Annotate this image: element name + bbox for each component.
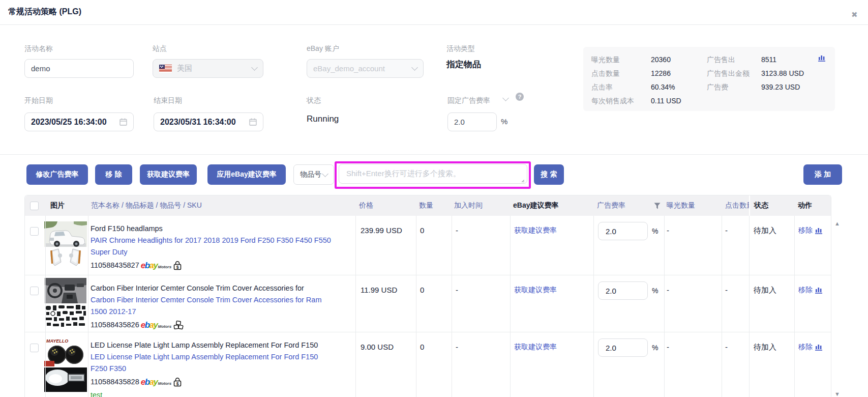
stat-value: 20360 xyxy=(651,55,671,64)
get-suggested-rate-link[interactable]: 获取建议费率 xyxy=(514,343,557,352)
ebay-logo: ebay xyxy=(141,319,158,331)
help-icon[interactable]: ? xyxy=(516,93,524,101)
item-title-link[interactable]: Carbon Fiber Interior Cemter Console Tri… xyxy=(91,296,321,316)
status-value: Running xyxy=(307,114,339,124)
status-cell: 待加入 xyxy=(754,286,776,295)
get-suggested-rate-link[interactable]: 获取建议费率 xyxy=(514,286,557,295)
get-suggested-rate-button[interactable]: 获取建议费率 xyxy=(140,164,197,185)
search-type-select[interactable]: 物品号 xyxy=(293,164,334,185)
item-id: 110588435826 xyxy=(91,319,139,331)
impressions-cell: - xyxy=(667,226,669,235)
table-header: 图片 范本名称 / 物品标题 / 物品号 / SKU 价格 数量 加入时间 eB… xyxy=(25,195,831,216)
rate-unit: % xyxy=(652,287,658,295)
items-table: 图片 范本名称 / 物品标题 / 物品号 / SKU 价格 数量 加入时间 eB… xyxy=(24,195,831,397)
item-title-link[interactable]: PAIR Chrome Headlights for 2017 2018 201… xyxy=(91,236,331,256)
action-cell[interactable]: 移除 xyxy=(798,226,823,235)
qty-cell: 0 xyxy=(420,286,424,294)
qty-cell: 0 xyxy=(420,343,424,351)
template-name: Ford F150 headlamps xyxy=(91,223,336,235)
col-qty[interactable]: 数量 xyxy=(419,195,433,216)
chevron-down-icon xyxy=(322,171,328,177)
item-id: 110588435828 xyxy=(91,376,139,388)
row-checkbox[interactable] xyxy=(30,344,39,352)
price-cell: 11.99 USD xyxy=(361,286,397,294)
stat-label: 曝光数量 xyxy=(591,55,620,65)
stat-label: 广告售出金额 xyxy=(707,69,750,78)
close-icon[interactable]: ✖ xyxy=(851,10,858,19)
stat-value: 3123.88 USD xyxy=(761,69,804,77)
stat-value: 8511 xyxy=(761,55,776,64)
campaign-type-label: 活动类型 xyxy=(446,44,475,53)
stat-label: 点击数量 xyxy=(591,69,620,78)
chevron-down-icon xyxy=(411,64,418,71)
item-sku: test xyxy=(91,389,336,397)
col-ebay-rate: eBay建议费率 xyxy=(513,195,558,216)
status-label: 状态 xyxy=(307,96,321,105)
lock-icon: $ xyxy=(173,261,182,270)
col-time[interactable]: 加入时间 xyxy=(454,195,483,216)
col-ad-rate[interactable]: 广告费率 xyxy=(597,195,625,216)
rate-input[interactable]: 2.0 xyxy=(598,222,648,240)
ebay-motors-text: Motors xyxy=(158,321,172,332)
rate-unit: % xyxy=(652,227,658,235)
col-name[interactable]: 范本名称 / 物品标题 / 物品号 / SKU xyxy=(91,195,202,216)
row-checkbox[interactable] xyxy=(30,287,39,295)
item-id: 110588435827 xyxy=(91,260,139,271)
row-chart-icon xyxy=(815,227,823,234)
row-chart-icon xyxy=(815,344,823,351)
stat-label: 点击率 xyxy=(591,83,613,92)
stat-label: 每次销售成本 xyxy=(591,97,634,106)
get-suggested-rate-link[interactable]: 获取建议费率 xyxy=(514,226,557,235)
rate-input[interactable]: 2.0 xyxy=(598,338,648,357)
calendar-icon xyxy=(249,118,257,126)
table-scrollbar[interactable]: ▲ ▼ xyxy=(833,216,842,397)
site-label: 站点 xyxy=(153,44,167,53)
start-date-input[interactable]: 2023/05/25 16:34:00 xyxy=(24,112,134,131)
ebay-logo: ebay xyxy=(141,260,158,271)
time-cell: - xyxy=(456,226,458,235)
chart-icon[interactable] xyxy=(818,54,826,62)
search-button[interactable]: 搜 索 xyxy=(534,164,564,185)
time-cell: - xyxy=(456,286,458,294)
us-flag-icon xyxy=(159,65,172,73)
row-checkbox[interactable] xyxy=(30,227,39,236)
time-cell: - xyxy=(456,343,458,351)
filter-icon[interactable] xyxy=(654,195,661,216)
chevron-down-icon[interactable] xyxy=(502,95,509,101)
fixed-rate-input[interactable]: 2.0 xyxy=(447,112,497,131)
remove-button[interactable]: 移 除 xyxy=(95,164,132,185)
select-all-checkbox[interactable] xyxy=(30,202,39,210)
col-status: 状态 xyxy=(754,195,768,216)
apply-ebay-rate-button[interactable]: 应用eBay建议费率 xyxy=(207,164,286,185)
account-select[interactable]: eBay_demo_account xyxy=(307,59,424,78)
price-cell: 239.99 USD xyxy=(361,226,402,235)
scroll-down-icon[interactable]: ▼ xyxy=(834,391,840,397)
item-title-link[interactable]: LED License Plate Light Lamp Assembly Re… xyxy=(91,353,318,373)
table-row: Ford F150 headlamps PAIR Chrome Headligh… xyxy=(25,216,831,275)
stat-value: 60.34% xyxy=(651,83,675,91)
chevron-down-icon xyxy=(251,64,258,71)
svg-text:MAYELLO: MAYELLO xyxy=(46,338,68,344)
add-button[interactable]: 添 加 xyxy=(803,164,842,185)
impressions-cell: - xyxy=(667,343,669,351)
highlight-annotation xyxy=(335,161,531,189)
campaign-name-input[interactable]: demo xyxy=(24,59,134,78)
col-impressions[interactable]: 曝光数量 xyxy=(667,195,695,216)
col-price[interactable]: 价格 xyxy=(359,195,373,216)
status-cell: 待加入 xyxy=(754,343,776,352)
col-clicks[interactable]: 点击数量 xyxy=(725,201,749,210)
modify-rate-button[interactable]: 修改广告费率 xyxy=(26,164,88,185)
end-date-input[interactable]: 2023/05/31 16:34:00 xyxy=(154,112,263,131)
page-title: 常规活动策略 (PLG) xyxy=(8,7,81,17)
calendar-icon xyxy=(119,118,127,126)
fixed-rate-label: 固定广告费率 xyxy=(447,96,490,105)
scroll-up-icon[interactable]: ▲ xyxy=(834,220,840,226)
action-cell[interactable]: 移除 xyxy=(798,286,823,295)
ebay-motors-text: Motors xyxy=(158,261,172,273)
action-cell[interactable]: 移除 xyxy=(798,343,823,352)
product-image: MAYELLO xyxy=(44,337,87,392)
rate-input[interactable]: 2.0 xyxy=(598,281,648,300)
site-select[interactable]: 美国 xyxy=(153,59,263,78)
variations-icon xyxy=(173,321,184,330)
stat-value: 12286 xyxy=(651,69,671,77)
